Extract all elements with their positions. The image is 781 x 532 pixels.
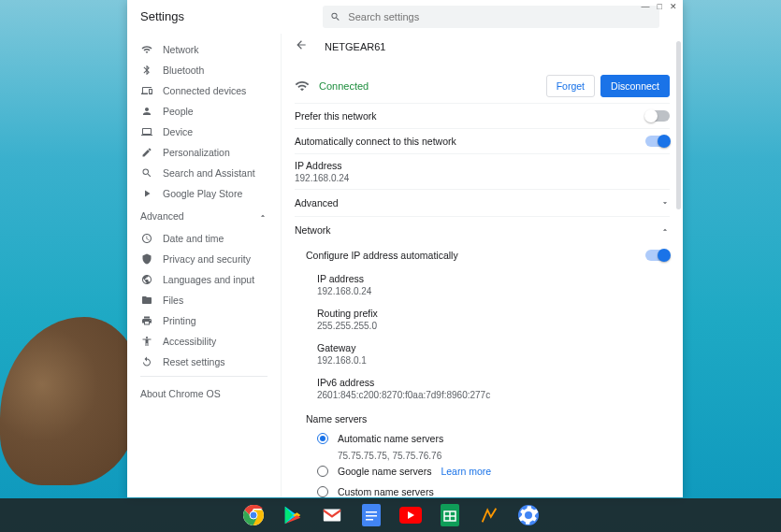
- search-input[interactable]: [348, 11, 652, 22]
- learn-more-link[interactable]: Learn more: [441, 466, 491, 477]
- sidebar-item-printer[interactable]: Printing: [127, 310, 281, 331]
- radio-icon: [317, 433, 328, 444]
- sidebar-divider: [140, 376, 268, 377]
- auto-connect-row: Automatically connect to this network: [295, 128, 670, 153]
- gmail-icon[interactable]: [320, 503, 344, 527]
- play-icon: [140, 188, 153, 199]
- config-ip-toggle[interactable]: [645, 250, 670, 261]
- auto-connect-toggle[interactable]: [645, 136, 670, 147]
- network-expander[interactable]: Network: [295, 216, 670, 243]
- network-field: IP address192.168.0.24: [317, 267, 670, 302]
- clock-icon: [140, 233, 153, 244]
- sidebar-item-laptop[interactable]: Device: [127, 122, 281, 142]
- folder-icon: [140, 295, 153, 306]
- settings-window: — □ ✕ Settings NetworkBluetoothConnected…: [127, 0, 683, 497]
- main-panel: NETGEAR61 Connected Forget Disconnect Pr…: [281, 34, 683, 497]
- back-button[interactable]: [295, 38, 308, 55]
- prefer-label: Prefer this network: [295, 110, 377, 122]
- sidebar-item-label: Bluetooth: [163, 65, 204, 76]
- sidebar-item-globe[interactable]: Languages and input: [127, 269, 281, 290]
- sidebar-item-label: Printing: [163, 315, 196, 326]
- edit-icon: [140, 147, 153, 158]
- disconnect-button[interactable]: Disconnect: [600, 75, 670, 97]
- network-field: IPv6 address2601:845:c200:8270:f0aa:7d9f…: [317, 371, 670, 406]
- shield-icon: [140, 253, 153, 265]
- settings-gear-icon[interactable]: [516, 503, 541, 527]
- field-value: 255.255.255.0: [317, 321, 670, 331]
- minimize-button[interactable]: —: [642, 2, 650, 11]
- sidebar-item-label: Languages and input: [163, 274, 254, 285]
- ns-option-label: Automatic name servers: [338, 433, 443, 444]
- bluetooth-icon: [140, 65, 153, 76]
- network-field: Gateway192.168.0.1: [317, 337, 670, 371]
- accessibility-icon: [140, 336, 153, 347]
- connection-status: Connected: [319, 80, 369, 92]
- name-servers-label: Name servers: [306, 406, 670, 428]
- sidebar-item-reset[interactable]: Reset settings: [127, 352, 281, 372]
- maximize-button[interactable]: □: [658, 2, 662, 11]
- field-label: IP address: [317, 273, 670, 284]
- svg-rect-5: [366, 511, 377, 513]
- svg-rect-6: [366, 515, 377, 517]
- sidebar-item-label: Device: [163, 126, 193, 137]
- close-button[interactable]: ✕: [670, 2, 677, 11]
- sidebar-item-folder[interactable]: Files: [127, 290, 281, 310]
- sidebar-item-devices[interactable]: Connected devices: [127, 80, 281, 101]
- docs-icon[interactable]: [359, 503, 383, 527]
- sidebar-item-label: Google Play Store: [163, 188, 242, 199]
- devices-icon: [140, 85, 153, 96]
- advanced-expander[interactable]: Advanced: [295, 189, 670, 216]
- sidebar-advanced-label: Advanced: [140, 210, 184, 222]
- sidebar-item-search[interactable]: Search and Assistant: [127, 163, 281, 183]
- field-value: 2601:845:c200:8270:f0aa:7d9f:8960:277c: [317, 390, 670, 400]
- wifi-icon: [295, 79, 310, 93]
- search-box[interactable]: [323, 6, 659, 28]
- sidebar-item-clock[interactable]: Date and time: [127, 228, 281, 249]
- chrome-icon[interactable]: [241, 503, 266, 527]
- ns-option[interactable]: Automatic name servers75.75.75.75, 75.75…: [317, 428, 670, 461]
- sidebar-about[interactable]: About Chrome OS: [127, 381, 281, 407]
- ns-option[interactable]: Custom name servers: [317, 482, 670, 497]
- search-icon: [140, 167, 153, 179]
- reset-icon: [140, 356, 153, 367]
- config-ip-label: Configure IP address automatically: [306, 250, 458, 261]
- youtube-icon[interactable]: [398, 503, 423, 527]
- network-title: NETGEAR61: [325, 41, 385, 52]
- sidebar-item-label: Files: [163, 295, 183, 306]
- play-store-icon[interactable]: [281, 503, 305, 527]
- ns-option[interactable]: Google name servers Learn more: [317, 461, 670, 482]
- svg-rect-7: [366, 519, 373, 521]
- network-field: Routing prefix255.255.255.0: [317, 302, 670, 337]
- sidebar-item-play[interactable]: Google Play Store: [127, 183, 281, 204]
- sidebar-item-label: People: [163, 106, 194, 117]
- sidebar-item-label: Privacy and security: [163, 253, 251, 265]
- sub-header: NETGEAR61: [282, 34, 683, 60]
- shelf: [0, 498, 781, 532]
- sidebar-item-person[interactable]: People: [127, 101, 281, 122]
- sidebar-item-label: Connected devices: [163, 85, 246, 96]
- forget-button[interactable]: Forget: [546, 75, 595, 97]
- laptop-icon: [140, 126, 153, 137]
- radio-icon: [317, 466, 328, 477]
- ip-value: 192.168.0.24: [295, 173, 670, 183]
- connection-row: Connected Forget Disconnect: [295, 69, 670, 103]
- scrollbar[interactable]: [676, 41, 681, 209]
- sheets-icon[interactable]: [438, 503, 462, 527]
- radio-icon: [317, 486, 328, 497]
- wifi-icon: [140, 44, 153, 55]
- chevron-up-icon: [258, 211, 268, 221]
- sidebar-item-wifi[interactable]: Network: [127, 39, 281, 60]
- sidebar-item-accessibility[interactable]: Accessibility: [127, 331, 281, 352]
- sidebar-item-label: Personalization: [163, 147, 230, 158]
- sidebar-advanced-toggle[interactable]: Advanced: [127, 204, 281, 228]
- globe-icon: [140, 274, 153, 285]
- sidebar-item-bluetooth[interactable]: Bluetooth: [127, 60, 281, 80]
- field-label: Gateway: [317, 342, 670, 353]
- sidebar-item-label: Date and time: [163, 233, 224, 244]
- search-icon: [330, 11, 340, 22]
- svg-point-2: [250, 511, 257, 519]
- sidebar-item-shield[interactable]: Privacy and security: [127, 249, 281, 269]
- prefer-toggle[interactable]: [645, 110, 670, 122]
- app-icon-1[interactable]: [477, 503, 501, 527]
- sidebar-item-edit[interactable]: Personalization: [127, 142, 281, 163]
